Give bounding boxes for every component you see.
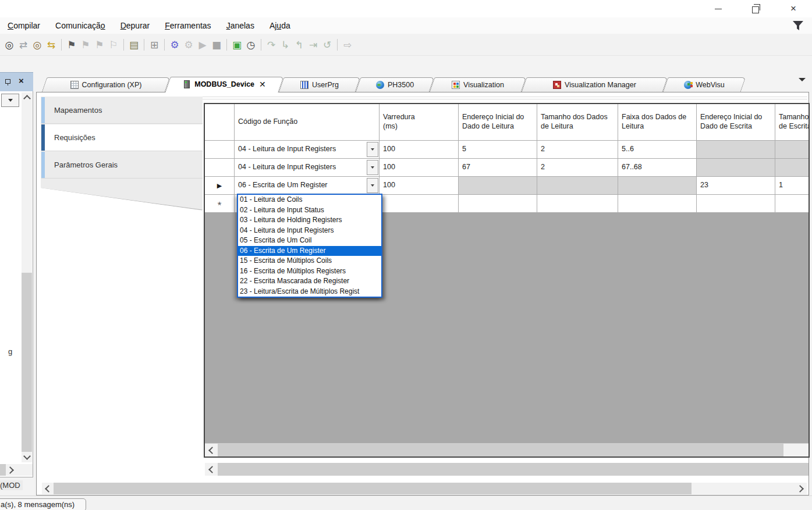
- tab-overflow-button[interactable]: [799, 81, 806, 90]
- grid-cell[interactable]: 1: [775, 177, 810, 194]
- tab-visualization-manager[interactable]: Visualization Manager: [524, 77, 665, 92]
- tab-visualization[interactable]: Visualization: [432, 77, 524, 92]
- grid-cell[interactable]: 2: [537, 141, 618, 158]
- combo-option[interactable]: 03 - Leitura de Holding Registers: [238, 215, 381, 226]
- tab-modbus-device[interactable]: MODBUS_Device✕: [168, 77, 281, 92]
- scroll-left-button[interactable]: [205, 444, 218, 456]
- menu-item-comunicacao[interactable]: Comunicação: [48, 19, 113, 32]
- grid-cell[interactable]: 67: [459, 159, 537, 176]
- menu-item-compilar[interactable]: Compilar: [0, 19, 48, 32]
- pin-icon[interactable]: [5, 79, 12, 85]
- editor-horizontal-scrollbar[interactable]: [205, 463, 809, 476]
- tab-webvisu[interactable]: WebVisu: [665, 77, 743, 92]
- bookmark-next-icon[interactable]: ⚑: [79, 37, 93, 52]
- find-icon[interactable]: ◎: [2, 37, 16, 52]
- chevron-left-icon: [45, 485, 52, 493]
- single-cycle-icon[interactable]: ◷: [244, 37, 258, 52]
- scrollbar-thumb[interactable]: [0, 464, 6, 476]
- dock-close-icon[interactable]: ×: [19, 76, 24, 85]
- grid-cell[interactable]: 04 - Leitura de Input Registers: [235, 141, 380, 158]
- scrollbar-thumb[interactable]: [218, 463, 809, 476]
- combo-dropdown-button[interactable]: [367, 160, 378, 175]
- outer-horizontal-scrollbar[interactable]: [42, 483, 807, 494]
- combo-dropdown-button[interactable]: [367, 142, 378, 157]
- combo-option[interactable]: 16 - Escrita de Múltiplos Registers: [238, 266, 381, 277]
- filter-icon[interactable]: [792, 20, 804, 33]
- minimize-button[interactable]: [705, 2, 731, 16]
- menu-item-ferramentas[interactable]: Ferramentas: [157, 19, 218, 32]
- find-in-files-icon[interactable]: ◎: [30, 37, 44, 52]
- step-into-icon[interactable]: ↳: [278, 37, 292, 52]
- grid-cell[interactable]: 04 - Leitura de Input Registers: [235, 159, 380, 176]
- tab-userprg[interactable]: UserPrg: [281, 77, 358, 92]
- grid-cell[interactable]: [697, 195, 775, 212]
- grid-cell[interactable]: 23: [697, 177, 775, 194]
- dock-horizontal-scrollbar[interactable]: [0, 464, 33, 476]
- dock-dropdown-button[interactable]: [1, 94, 19, 107]
- side-tab-requisicoes[interactable]: Requisições: [41, 124, 203, 151]
- status-messages-tab[interactable]: a(s), 8 mensagem(ns): [0, 498, 86, 510]
- close-button[interactable]: ×: [781, 2, 806, 16]
- side-tab-mapeamentos[interactable]: Mapeamentos: [41, 97, 203, 124]
- grid-cell[interactable]: 100: [380, 159, 459, 176]
- scrollbar-thumb[interactable]: [54, 483, 692, 494]
- scrollbar-thumb[interactable]: [218, 444, 783, 456]
- combo-option[interactable]: 02 - Leitura de Input Status: [238, 205, 381, 216]
- scroll-down-button[interactable]: [22, 452, 32, 462]
- scroll-left-button[interactable]: [42, 483, 54, 494]
- replace-icon[interactable]: ⇄: [16, 37, 30, 52]
- combo-option[interactable]: 01 - Leitura de Coils: [238, 195, 381, 205]
- combo-option[interactable]: 06 - Escrita de Um Register: [238, 246, 381, 256]
- combo-option[interactable]: 22 - Escrita Mascarada de Register: [238, 276, 381, 287]
- scroll-right-button[interactable]: [795, 483, 807, 494]
- combo-option[interactable]: 15 - Escrita de Múltiplos Coils: [238, 256, 381, 266]
- grid-cell[interactable]: [618, 195, 697, 212]
- grid-cell[interactable]: 2: [537, 159, 618, 176]
- grid-cell[interactable]: 06 - Escrita de Um Register: [235, 177, 380, 194]
- grid-row: ▶06 - Escrita de Um Register100231: [205, 177, 809, 195]
- bookmarks-clear-icon[interactable]: ⚐: [107, 37, 120, 52]
- breakpoint-icon[interactable]: ▣: [230, 37, 244, 52]
- copy-icon[interactable]: ▤: [127, 37, 141, 52]
- grid-cell[interactable]: 100: [380, 177, 459, 194]
- tab-ph3500[interactable]: PH3500: [358, 77, 432, 92]
- combo-option[interactable]: 23 - Leitura/Escrita de Múltiplos Regist: [238, 287, 381, 297]
- combo-option[interactable]: 04 - Leitura de Input Registers: [238, 226, 381, 236]
- replace-in-files-icon[interactable]: ⇆: [44, 37, 58, 52]
- stop-icon[interactable]: ■: [210, 37, 224, 52]
- grid-cell[interactable]: [537, 195, 618, 212]
- grid-cell[interactable]: 5: [459, 141, 537, 158]
- tab-configuration-xp[interactable]: Configuration (XP): [44, 77, 168, 92]
- menu-item-depurar[interactable]: Depurar: [113, 19, 158, 32]
- grid-cell[interactable]: 67..68: [618, 159, 697, 176]
- scroll-left-button[interactable]: [205, 463, 218, 476]
- logout-icon[interactable]: ⚙: [182, 37, 196, 52]
- grid-cell[interactable]: [380, 195, 459, 212]
- bookmark-toggle-icon[interactable]: ⚑: [65, 37, 79, 52]
- grid-cell[interactable]: [775, 195, 810, 212]
- flow-control-icon[interactable]: ⇨: [341, 37, 354, 52]
- scrollbar-thumb[interactable]: [22, 273, 32, 452]
- dock-vertical-scrollbar[interactable]: [22, 92, 32, 462]
- menu-item-ajuda[interactable]: Ajuda: [262, 19, 298, 32]
- restore-button[interactable]: [743, 2, 769, 16]
- bookmark-prev-icon[interactable]: ⚑: [93, 37, 107, 52]
- run-to-cursor-icon[interactable]: ⇥: [306, 37, 320, 52]
- grid-cell[interactable]: 100: [380, 141, 459, 158]
- step-over-icon[interactable]: ↷: [264, 37, 278, 52]
- login-icon[interactable]: ⚙: [168, 37, 182, 52]
- menu-item-janelas[interactable]: Janelas: [219, 19, 262, 32]
- side-tab-parametros-gerais[interactable]: Parâmetros Gerais: [41, 152, 203, 179]
- grid-cell[interactable]: 5..6: [618, 141, 697, 158]
- tab-close-icon[interactable]: ✕: [259, 80, 266, 89]
- grid-cell[interactable]: [459, 195, 537, 212]
- export-icon[interactable]: ⊞: [147, 37, 161, 52]
- run-icon[interactable]: ▶: [196, 37, 210, 52]
- scroll-up-button[interactable]: [22, 92, 32, 103]
- scroll-right-button[interactable]: [6, 465, 16, 475]
- combo-option[interactable]: 05 - Escrita de Um Coil: [238, 236, 381, 246]
- reset-icon[interactable]: ↺: [320, 37, 334, 52]
- grid-horizontal-scrollbar[interactable]: [205, 443, 809, 456]
- combo-dropdown-button[interactable]: [367, 178, 378, 193]
- step-out-icon[interactable]: ↰: [292, 37, 306, 52]
